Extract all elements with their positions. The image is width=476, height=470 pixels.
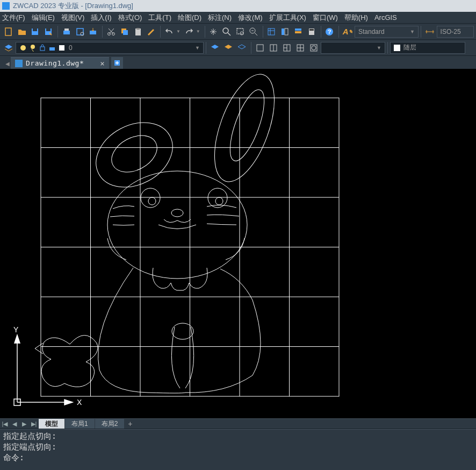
document-tab[interactable]: Drawing1.dwg* × [11, 57, 109, 69]
tab-layout1[interactable]: 布局1 [65, 419, 95, 429]
zoom-window-icon[interactable] [234, 25, 247, 38]
layer-states-icon[interactable] [222, 41, 235, 54]
layer-toolbar: 0 ▼ ▼ 随层 [0, 40, 476, 56]
design-center-icon[interactable] [278, 25, 291, 38]
command-window[interactable]: 指定起点切向: 指定端点切向: 命令: [0, 429, 476, 467]
viewport-scale-dropdown[interactable]: ▼ [321, 42, 385, 54]
svg-rect-20 [268, 29, 275, 35]
svg-rect-34 [257, 45, 263, 51]
tab-model[interactable]: 模型 [39, 419, 65, 429]
open-icon[interactable] [16, 25, 28, 38]
tab-scroll-left-icon[interactable]: ◀ [4, 58, 11, 69]
match-properties-icon[interactable] [145, 25, 157, 38]
svg-rect-40 [394, 45, 400, 51]
layer-value: 0 [69, 44, 73, 52]
svg-point-29 [20, 45, 26, 51]
menu-format[interactable]: 格式(O) [118, 13, 142, 23]
layer-properties-icon[interactable] [2, 41, 15, 54]
svg-point-30 [31, 45, 35, 49]
drawing-canvas[interactable]: Y X [0, 69, 476, 418]
help-icon[interactable]: ? [323, 25, 336, 38]
print-preview-icon[interactable] [74, 25, 86, 38]
title-bar: ZWCAD 2023 专业版 - [Drawing1.dwg] [0, 0, 476, 12]
zoom-realtime-icon[interactable] [220, 25, 233, 38]
save-icon[interactable] [29, 25, 42, 38]
viewport-3-icon[interactable] [280, 41, 293, 54]
publish-icon[interactable] [86, 25, 99, 38]
menu-help[interactable]: 帮助(H) [344, 13, 368, 23]
svg-rect-13 [123, 30, 128, 35]
menu-extensions[interactable]: 扩展工具(X) [269, 13, 306, 23]
redo-icon[interactable] [183, 25, 196, 38]
standard-toolbar: ▼ ▼ ? A✎ Standard ▼ ISO-25 [0, 24, 476, 40]
color-dropdown[interactable]: 随层 [390, 42, 465, 54]
dim-style-value: ISO-25 [441, 28, 461, 35]
menu-file[interactable]: 文件(F) [2, 13, 25, 23]
tab-model-label: 模型 [45, 419, 58, 429]
ucs-x-label: X [77, 398, 82, 407]
calc-icon[interactable] [305, 25, 318, 38]
layer-dropdown[interactable]: 0 ▼ [16, 42, 204, 54]
viewport-2-icon[interactable] [267, 41, 280, 54]
layer-iso-icon[interactable] [235, 41, 248, 54]
zoom-previous-icon[interactable] [247, 25, 260, 38]
pan-icon[interactable] [207, 25, 220, 38]
menu-edit[interactable]: 编辑(E) [32, 13, 55, 23]
layout-last-icon[interactable]: ▶| [29, 419, 39, 429]
viewport-poly-icon[interactable] [307, 41, 320, 54]
layout-tab-bar: |◀ ◀ ▶ ▶| 模型 布局1 布局2 + [0, 418, 476, 429]
layout-next-icon[interactable]: ▶ [19, 419, 29, 429]
svg-rect-22 [285, 29, 288, 35]
add-layout-button[interactable]: + [125, 419, 135, 428]
layout-first-icon[interactable]: |◀ [0, 419, 10, 429]
new-tab-button[interactable] [111, 57, 123, 69]
dim-style-dropdown[interactable]: ISO-25 [437, 26, 474, 38]
svg-point-61 [215, 197, 223, 205]
svg-rect-23 [295, 29, 301, 31]
menu-arcgis[interactable]: ArcGIS [374, 13, 397, 22]
close-tab-icon[interactable]: × [100, 59, 104, 68]
menu-draw[interactable]: 绘图(D) [178, 13, 201, 23]
svg-rect-31 [40, 47, 45, 51]
tab-layout2[interactable]: 布局2 [95, 419, 125, 429]
command-line: 指定起点切向: [3, 431, 473, 441]
layout-prev-icon[interactable]: ◀ [10, 419, 19, 429]
paste-icon[interactable] [132, 25, 145, 38]
svg-rect-24 [295, 31, 301, 33]
text-style-dropdown[interactable]: Standard ▼ [355, 26, 419, 38]
svg-text:?: ? [328, 29, 331, 35]
document-tab-label: Drawing1.dwg* [26, 59, 84, 67]
svg-rect-32 [49, 47, 55, 51]
svg-point-16 [223, 28, 228, 33]
tool-palettes-icon[interactable] [292, 25, 305, 38]
menu-tools[interactable]: 工具(T) [148, 13, 171, 23]
saveas-icon[interactable] [42, 25, 55, 38]
menu-bar: 文件(F) 编辑(E) 视图(V) 插入(I) 格式(O) 工具(T) 绘图(D… [0, 12, 476, 24]
text-style-icon[interactable]: A✎ [341, 25, 354, 38]
svg-point-56 [85, 110, 184, 200]
svg-point-62 [171, 209, 183, 217]
svg-point-39 [312, 46, 316, 50]
menu-insert[interactable]: 插入(I) [91, 13, 111, 23]
copy-icon[interactable] [118, 25, 131, 38]
text-style-value: Standard [358, 28, 385, 35]
menu-window[interactable]: 窗口(W) [313, 13, 338, 23]
viewport-1-icon[interactable] [254, 41, 266, 54]
viewport-4-icon[interactable] [294, 41, 307, 54]
menu-view[interactable]: 视图(V) [61, 13, 84, 23]
svg-marker-67 [64, 400, 73, 405]
print-icon[interactable] [60, 25, 73, 38]
undo-icon[interactable] [163, 25, 176, 38]
new-icon[interactable] [2, 25, 15, 38]
menu-dimension[interactable]: 标注(N) [208, 13, 232, 23]
properties-icon[interactable] [265, 25, 278, 38]
svg-rect-33 [59, 45, 64, 51]
tab-layout2-label: 布局2 [102, 419, 118, 429]
menu-modify[interactable]: 修改(M) [238, 13, 263, 23]
layer-previous-icon[interactable] [208, 41, 221, 54]
svg-rect-21 [282, 29, 284, 35]
dim-style-icon[interactable] [423, 25, 436, 38]
ucs-y-label: Y [13, 325, 19, 334]
cut-icon[interactable] [105, 25, 118, 38]
svg-marker-65 [15, 335, 20, 343]
